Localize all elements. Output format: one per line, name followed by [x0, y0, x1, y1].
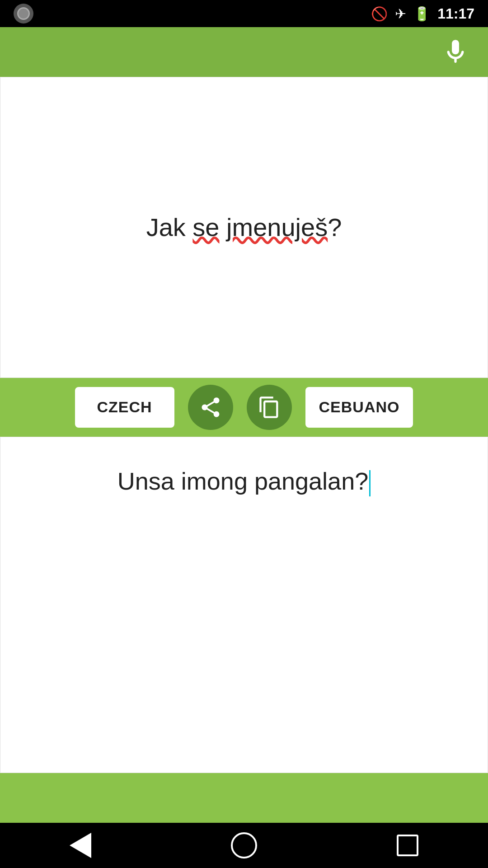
- home-button[interactable]: [231, 832, 257, 859]
- recents-button[interactable]: [397, 835, 418, 856]
- source-language-button[interactable]: CZECH: [75, 387, 174, 428]
- share-button[interactable]: [188, 385, 233, 430]
- app-header: [0, 27, 488, 77]
- word-se: se: [192, 213, 219, 241]
- text-cursor: [369, 470, 371, 496]
- language-bar: CZECH CEBUANO: [0, 378, 488, 437]
- recents-icon: [397, 835, 418, 856]
- back-button[interactable]: [70, 833, 91, 858]
- target-language-button[interactable]: CEBUANO: [305, 387, 413, 428]
- copy-icon: [258, 396, 281, 419]
- battery-icon: 🔋: [413, 6, 430, 22]
- translation-text: Unsa imong pangalan?: [117, 464, 371, 499]
- translated-text: Unsa imong pangalan?: [117, 467, 368, 495]
- word-jmenujes: jmenuješ: [226, 213, 328, 241]
- translation-panel[interactable]: Unsa imong pangalan?: [0, 437, 488, 773]
- bottom-green-bar: [0, 773, 488, 823]
- airplane-icon: ✈: [395, 6, 406, 22]
- copy-button[interactable]: [247, 385, 292, 430]
- signal-icon: [14, 4, 33, 24]
- status-bar: 🚫 ✈ 🔋 11:17: [0, 0, 488, 27]
- microphone-button[interactable]: [441, 38, 470, 66]
- home-icon: [231, 832, 257, 859]
- sim-off-icon: 🚫: [371, 6, 388, 22]
- source-text: Jak se jmenuješ?: [146, 210, 342, 245]
- mic-icon: [441, 38, 470, 66]
- status-right: 🚫 ✈ 🔋 11:17: [371, 5, 474, 22]
- share-icon: [199, 396, 222, 419]
- time-display: 11:17: [437, 5, 474, 22]
- source-panel: Jak se jmenuješ?: [0, 77, 488, 378]
- status-left: [14, 4, 33, 24]
- navigation-bar: [0, 823, 488, 868]
- back-icon: [70, 833, 91, 858]
